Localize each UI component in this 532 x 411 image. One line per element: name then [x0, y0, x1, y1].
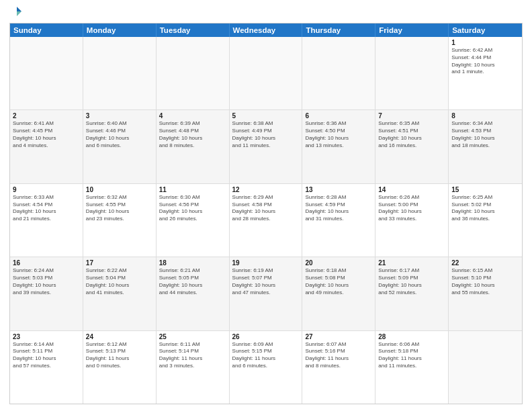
day-number: 24	[86, 333, 153, 340]
day-number: 4	[159, 112, 226, 120]
day-cell-empty-0-2	[157, 37, 230, 109]
day-info: Sunrise: 6:24 AM Sunset: 5:03 PM Dayligh…	[13, 267, 80, 296]
day-info: Sunrise: 6:15 AM Sunset: 5:10 PM Dayligh…	[451, 267, 519, 296]
day-header-sunday: Sunday	[10, 24, 83, 37]
day-cell-21: 21Sunrise: 6:17 AM Sunset: 5:09 PM Dayli…	[375, 257, 449, 330]
day-cell-6: 6Sunrise: 6:36 AM Sunset: 4:50 PM Daylig…	[302, 110, 375, 183]
day-number: 21	[378, 259, 445, 267]
day-info: Sunrise: 6:32 AM Sunset: 4:55 PM Dayligh…	[86, 194, 153, 223]
day-number: 6	[305, 112, 372, 120]
day-info: Sunrise: 6:11 AM Sunset: 5:14 PM Dayligh…	[159, 341, 226, 370]
day-info: Sunrise: 6:40 AM Sunset: 4:46 PM Dayligh…	[86, 120, 153, 149]
day-number: 13	[305, 186, 372, 193]
day-number: 3	[86, 112, 153, 120]
day-cell-8: 8Sunrise: 6:34 AM Sunset: 4:53 PM Daylig…	[449, 110, 522, 183]
day-number: 1	[451, 39, 519, 46]
weeks-container: 1Sunrise: 6:42 AM Sunset: 4:44 PM Daylig…	[10, 37, 522, 404]
day-info: Sunrise: 6:18 AM Sunset: 5:08 PM Dayligh…	[305, 267, 372, 296]
day-number: 15	[451, 186, 519, 193]
day-header-saturday: Saturday	[449, 24, 522, 37]
day-number: 22	[451, 259, 519, 267]
day-cell-23: 23Sunrise: 6:14 AM Sunset: 5:11 PM Dayli…	[10, 331, 83, 404]
day-cell-3: 3Sunrise: 6:40 AM Sunset: 4:46 PM Daylig…	[83, 110, 157, 183]
day-number: 23	[13, 333, 80, 340]
day-cell-27: 27Sunrise: 6:07 AM Sunset: 5:16 PM Dayli…	[302, 331, 375, 404]
week-row-1: 1Sunrise: 6:42 AM Sunset: 4:44 PM Daylig…	[10, 37, 522, 110]
day-info: Sunrise: 6:07 AM Sunset: 5:16 PM Dayligh…	[305, 341, 372, 370]
header	[9, 7, 523, 17]
day-number: 5	[232, 112, 300, 120]
day-info: Sunrise: 6:29 AM Sunset: 4:58 PM Dayligh…	[232, 194, 300, 223]
day-cell-17: 17Sunrise: 6:22 AM Sunset: 5:04 PM Dayli…	[83, 257, 157, 330]
day-cell-19: 19Sunrise: 6:19 AM Sunset: 5:07 PM Dayli…	[230, 257, 303, 330]
day-cell-22: 22Sunrise: 6:15 AM Sunset: 5:10 PM Dayli…	[449, 257, 522, 330]
calendar: SundayMondayTuesdayWednesdayThursdayFrid…	[9, 23, 523, 404]
day-info: Sunrise: 6:14 AM Sunset: 5:11 PM Dayligh…	[13, 341, 80, 370]
day-number: 25	[159, 333, 226, 340]
day-header-friday: Friday	[375, 24, 449, 37]
day-cell-26: 26Sunrise: 6:09 AM Sunset: 5:15 PM Dayli…	[230, 331, 303, 404]
week-row-2: 2Sunrise: 6:41 AM Sunset: 4:45 PM Daylig…	[10, 110, 522, 183]
day-info: Sunrise: 6:21 AM Sunset: 5:05 PM Dayligh…	[159, 267, 226, 296]
day-cell-4: 4Sunrise: 6:39 AM Sunset: 4:48 PM Daylig…	[157, 110, 230, 183]
day-info: Sunrise: 6:34 AM Sunset: 4:53 PM Dayligh…	[451, 120, 519, 149]
day-info: Sunrise: 6:35 AM Sunset: 4:51 PM Dayligh…	[378, 120, 445, 149]
day-cell-14: 14Sunrise: 6:26 AM Sunset: 5:00 PM Dayli…	[375, 184, 449, 257]
day-cell-15: 15Sunrise: 6:25 AM Sunset: 5:02 PM Dayli…	[449, 184, 522, 257]
day-cell-empty-4-6	[449, 331, 522, 404]
day-info: Sunrise: 6:06 AM Sunset: 5:18 PM Dayligh…	[378, 341, 445, 370]
day-cell-28: 28Sunrise: 6:06 AM Sunset: 5:18 PM Dayli…	[375, 331, 449, 404]
week-row-5: 23Sunrise: 6:14 AM Sunset: 5:11 PM Dayli…	[10, 331, 522, 404]
day-info: Sunrise: 6:42 AM Sunset: 4:44 PM Dayligh…	[451, 47, 519, 76]
day-info: Sunrise: 6:22 AM Sunset: 5:04 PM Dayligh…	[86, 267, 153, 296]
day-cell-empty-0-4	[302, 37, 375, 109]
week-row-4: 16Sunrise: 6:24 AM Sunset: 5:03 PM Dayli…	[10, 257, 522, 330]
day-cell-7: 7Sunrise: 6:35 AM Sunset: 4:51 PM Daylig…	[375, 110, 449, 183]
day-number: 9	[13, 186, 80, 193]
day-info: Sunrise: 6:41 AM Sunset: 4:45 PM Dayligh…	[13, 120, 80, 149]
day-info: Sunrise: 6:36 AM Sunset: 4:50 PM Dayligh…	[305, 120, 372, 149]
day-number: 26	[232, 333, 300, 340]
day-cell-empty-0-0	[10, 37, 83, 109]
day-info: Sunrise: 6:19 AM Sunset: 5:07 PM Dayligh…	[232, 267, 300, 296]
day-number: 2	[13, 112, 80, 120]
day-number: 19	[232, 259, 300, 267]
day-cell-25: 25Sunrise: 6:11 AM Sunset: 5:14 PM Dayli…	[157, 331, 230, 404]
day-info: Sunrise: 6:25 AM Sunset: 5:02 PM Dayligh…	[451, 194, 519, 223]
day-info: Sunrise: 6:28 AM Sunset: 4:59 PM Dayligh…	[305, 194, 372, 223]
day-cell-empty-0-1	[83, 37, 157, 109]
day-header-thursday: Thursday	[302, 24, 375, 37]
day-info: Sunrise: 6:30 AM Sunset: 4:56 PM Dayligh…	[159, 194, 226, 223]
logo-flag-icon	[11, 5, 23, 17]
day-cell-16: 16Sunrise: 6:24 AM Sunset: 5:03 PM Dayli…	[10, 257, 83, 330]
svg-marker-1	[17, 11, 21, 16]
day-number: 18	[159, 259, 226, 267]
day-number: 8	[451, 112, 519, 120]
day-info: Sunrise: 6:38 AM Sunset: 4:49 PM Dayligh…	[232, 120, 300, 149]
day-cell-10: 10Sunrise: 6:32 AM Sunset: 4:55 PM Dayli…	[83, 184, 157, 257]
day-info: Sunrise: 6:17 AM Sunset: 5:09 PM Dayligh…	[378, 267, 445, 296]
day-info: Sunrise: 6:09 AM Sunset: 5:15 PM Dayligh…	[232, 341, 300, 370]
day-info: Sunrise: 6:12 AM Sunset: 5:13 PM Dayligh…	[86, 341, 153, 370]
day-info: Sunrise: 6:39 AM Sunset: 4:48 PM Dayligh…	[159, 120, 226, 149]
day-cell-18: 18Sunrise: 6:21 AM Sunset: 5:05 PM Dayli…	[157, 257, 230, 330]
day-number: 28	[378, 333, 445, 340]
day-header-tuesday: Tuesday	[157, 24, 230, 37]
day-header-monday: Monday	[83, 24, 157, 37]
day-header-wednesday: Wednesday	[230, 24, 303, 37]
day-cell-5: 5Sunrise: 6:38 AM Sunset: 4:49 PM Daylig…	[230, 110, 303, 183]
day-number: 20	[305, 259, 372, 267]
day-info: Sunrise: 6:26 AM Sunset: 5:00 PM Dayligh…	[378, 194, 445, 223]
day-cell-13: 13Sunrise: 6:28 AM Sunset: 4:59 PM Dayli…	[302, 184, 375, 257]
day-number: 10	[86, 186, 153, 193]
day-number: 7	[378, 112, 445, 120]
day-cell-empty-0-3	[230, 37, 303, 109]
day-cell-11: 11Sunrise: 6:30 AM Sunset: 4:56 PM Dayli…	[157, 184, 230, 257]
day-number: 11	[159, 186, 226, 193]
logo	[9, 7, 23, 17]
day-cell-1: 1Sunrise: 6:42 AM Sunset: 4:44 PM Daylig…	[449, 37, 522, 109]
day-number: 27	[305, 333, 372, 340]
day-number: 16	[13, 259, 80, 267]
day-cell-9: 9Sunrise: 6:33 AM Sunset: 4:54 PM Daylig…	[10, 184, 83, 257]
day-cell-empty-0-5	[375, 37, 449, 109]
